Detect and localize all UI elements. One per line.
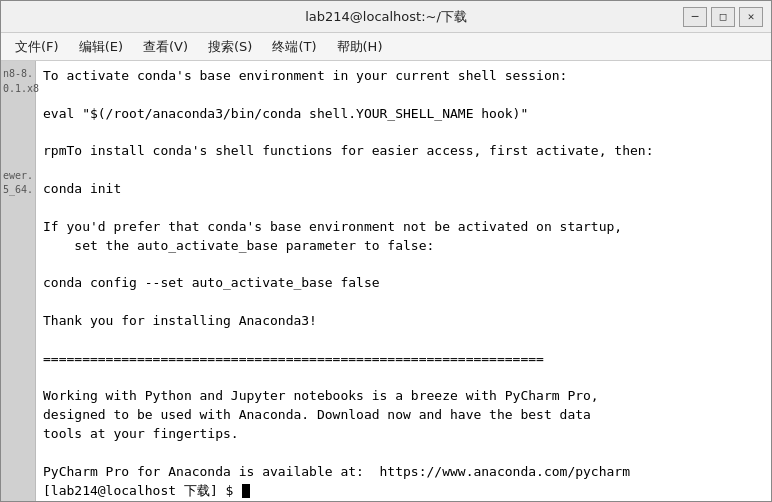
close-button[interactable]: ✕ xyxy=(739,7,763,27)
window-title: lab214@localhost:~/下载 xyxy=(89,8,683,26)
sidebar: n8-8. 0.1.x8 ewer. 5_64. xyxy=(1,61,36,501)
menu-help[interactable]: 帮助(H) xyxy=(327,34,393,60)
maximize-button[interactable]: □ xyxy=(711,7,735,27)
title-bar: lab214@localhost:~/下载 ─ □ ✕ xyxy=(1,1,771,33)
terminal-window: lab214@localhost:~/下载 ─ □ ✕ 文件(F) 编辑(E) … xyxy=(0,0,772,502)
prompt-text: [lab214@localhost 下载] $ xyxy=(43,482,241,501)
menu-edit[interactable]: 编辑(E) xyxy=(69,34,133,60)
terminal-output: To activate conda's base environment in … xyxy=(43,67,765,500)
terminal-text: To activate conda's base environment in … xyxy=(43,67,765,482)
cursor xyxy=(242,484,250,498)
menu-search[interactable]: 搜索(S) xyxy=(198,34,262,60)
minimize-button[interactable]: ─ xyxy=(683,7,707,27)
terminal-body[interactable]: n8-8. 0.1.x8 ewer. 5_64. To activate con… xyxy=(1,61,771,501)
menu-view[interactable]: 查看(V) xyxy=(133,34,198,60)
sidebar-text: n8-8. 0.1.x8 ewer. 5_64. xyxy=(1,61,36,204)
prompt-line: [lab214@localhost 下载] $ xyxy=(43,482,765,501)
window-controls: ─ □ ✕ xyxy=(683,7,763,27)
menu-file[interactable]: 文件(F) xyxy=(5,34,69,60)
menu-terminal[interactable]: 终端(T) xyxy=(262,34,326,60)
menu-bar: 文件(F) 编辑(E) 查看(V) 搜索(S) 终端(T) 帮助(H) xyxy=(1,33,771,61)
